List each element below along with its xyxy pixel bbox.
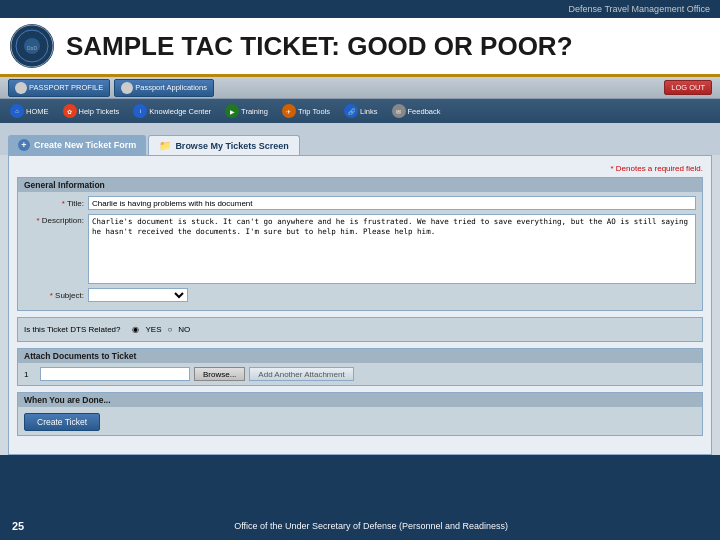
subject-label: * Subject: <box>24 291 84 300</box>
home-icon: ⌂ <box>10 104 24 118</box>
attach-num: 1 <box>24 370 36 379</box>
description-label: * Description: <box>24 214 84 225</box>
help-icon: ✿ <box>63 104 77 118</box>
header-title: SAMPLE TAC TICKET: GOOD OR POOR? <box>66 31 573 62</box>
nav-bar-bottom: ⌂ HOME ✿ Help Tickets i Knowledge Center… <box>0 99 720 123</box>
subject-select[interactable] <box>88 288 188 302</box>
add-attachment-button[interactable]: Add Another Attachment <box>249 367 353 381</box>
folder-icon: 📁 <box>159 140 171 151</box>
title-row: * Title: <box>24 196 696 210</box>
general-info-section: General Information * Title: * Descripti… <box>17 177 703 311</box>
tab-browse-tickets[interactable]: 📁 Browse My Tickets Screen <box>148 135 299 155</box>
footer-text: Office of the Under Secretary of Defense… <box>34 521 708 531</box>
subject-row: * Subject: <box>24 288 696 302</box>
tab-create-ticket[interactable]: + Create New Ticket Form <box>8 135 146 155</box>
header: DoD SAMPLE TAC TICKET: GOOD OR POOR? <box>0 18 720 77</box>
training-icon: ▶ <box>225 104 239 118</box>
nav-feedback[interactable]: ✉ Feedback <box>388 102 445 120</box>
logout-btn[interactable]: LOG OUT <box>664 80 712 95</box>
tab-area: + Create New Ticket Form 📁 Browse My Tic… <box>0 129 720 155</box>
nav-bar-top: PASSPORT PROFILE Passport Applications L… <box>0 77 720 99</box>
nav-home[interactable]: ⌂ HOME <box>6 102 53 120</box>
required-note: * Denotes a required field. <box>17 164 703 173</box>
dts-no-label: NO <box>178 325 190 334</box>
dts-yes-label: YES <box>145 325 161 334</box>
nav-help-tickets[interactable]: ✿ Help Tickets <box>59 102 124 120</box>
description-row: * Description: Charlie's document is stu… <box>24 214 696 284</box>
title-label: * Title: <box>24 199 84 208</box>
tools-icon: ✈ <box>282 104 296 118</box>
general-info-title: General Information <box>18 178 702 192</box>
nav-links[interactable]: 🔗 Links <box>340 102 382 120</box>
passport-apps-icon <box>121 82 133 94</box>
feedback-icon: ✉ <box>392 104 406 118</box>
top-bar: Defense Travel Management Office <box>0 0 720 18</box>
dts-section: Is this Ticket DTS Related? ◉ YES ○ NO <box>17 317 703 342</box>
create-ticket-button[interactable]: Create Ticket <box>24 413 100 431</box>
attach-title: Attach Documents to Ticket <box>18 349 702 363</box>
passport-profile-btn[interactable]: PASSPORT PROFILE <box>8 79 110 97</box>
passport-profile-icon <box>15 82 27 94</box>
form-area: * Denotes a required field. General Info… <box>8 155 712 455</box>
app-area: PASSPORT PROFILE Passport Applications L… <box>0 77 720 455</box>
plus-icon: + <box>18 139 30 151</box>
when-done-title: When You are Done... <box>18 393 702 407</box>
attach-row: 1 Browse... Add Another Attachment <box>24 367 696 381</box>
description-input[interactable]: Charlie's document is stuck. It can't go… <box>88 214 696 284</box>
knowledge-icon: i <box>133 104 147 118</box>
svg-text:DoD: DoD <box>27 45 37 51</box>
nav-trip-tools[interactable]: ✈ Trip Tools <box>278 102 334 120</box>
when-done-section: When You are Done... Create Ticket <box>17 392 703 436</box>
top-bar-label: Defense Travel Management Office <box>569 4 710 14</box>
nav-training[interactable]: ▶ Training <box>221 102 272 120</box>
logo: DoD <box>10 24 54 68</box>
nav-knowledge-center[interactable]: i Knowledge Center <box>129 102 215 120</box>
links-icon: 🔗 <box>344 104 358 118</box>
attach-file-input[interactable] <box>40 367 190 381</box>
dts-row: Is this Ticket DTS Related? ◉ YES ○ NO <box>24 322 696 337</box>
title-input[interactable] <box>88 196 696 210</box>
browse-button[interactable]: Browse... <box>194 367 245 381</box>
passport-applications-btn[interactable]: Passport Applications <box>114 79 214 97</box>
dts-label: Is this Ticket DTS Related? <box>24 325 120 334</box>
footer: 25 Office of the Under Secretary of Defe… <box>0 512 720 540</box>
slide-number: 25 <box>12 520 24 532</box>
attach-section: Attach Documents to Ticket 1 Browse... A… <box>17 348 703 386</box>
